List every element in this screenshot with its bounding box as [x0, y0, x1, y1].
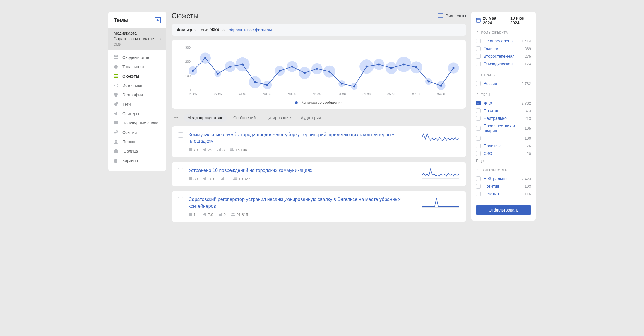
svg-point-65: [415, 66, 417, 68]
topic-checkbox[interactable]: [178, 197, 183, 202]
filter-item[interactable]: Политика 76: [476, 142, 531, 150]
filter-checkbox[interactable]: [476, 192, 481, 196]
svg-point-58: [328, 71, 330, 73]
chart-card: 010020030020.0522.0524.0526.0528.0530.05…: [172, 40, 466, 109]
filter-checkbox[interactable]: [476, 126, 481, 131]
filter-item[interactable]: Главная 869: [476, 45, 531, 52]
filter-item[interactable]: Происшествия и аварии 105: [476, 122, 531, 134]
filter-checkbox[interactable]: [476, 176, 481, 181]
topic-checkbox[interactable]: [178, 168, 183, 173]
topic-title[interactable]: Саратовский регоператор устранил несанкц…: [189, 196, 416, 209]
topic-title[interactable]: Коммунальные службы города продолжают уб…: [189, 132, 416, 145]
sort-tab-1[interactable]: Сообщений: [230, 114, 259, 122]
sort-tab-0[interactable]: Медиаприсутствие: [184, 114, 227, 122]
svg-text:26.05: 26.05: [263, 93, 272, 96]
sidebar-item-label: Персоны: [122, 139, 139, 144]
topic-stats: 3910.0110 027: [189, 177, 416, 181]
filter-section-header[interactable]: ⌃РОЛЬ ОБЪЕКТА: [476, 30, 531, 34]
svg-point-10: [117, 86, 118, 87]
filter-item[interactable]: ✓ ЖКХ 2 732: [476, 99, 531, 107]
filter-reset-link[interactable]: сбросить все фильтры: [229, 28, 272, 32]
sidebar-item-1[interactable]: Тональность: [108, 62, 166, 71]
trash-icon: [114, 158, 118, 163]
filter-item[interactable]: Нейтрально 2 423: [476, 175, 531, 183]
sort-tab-2[interactable]: Цитирование: [262, 114, 294, 122]
filter-tag-remove[interactable]: ×: [222, 28, 225, 32]
filter-checkbox[interactable]: [476, 116, 481, 121]
filter-section-header[interactable]: ⌃ТЕГИ: [476, 93, 531, 96]
filter-checkbox[interactable]: [476, 54, 481, 59]
svg-point-51: [242, 64, 244, 66]
filter-item-count: 105: [525, 126, 531, 131]
filter-section-2: ⌃ТЕГИ ✓ ЖКХ 2 732 Позитив 373 Нейтрально…: [476, 93, 531, 163]
filter-item[interactable]: Нейтрально 213: [476, 115, 531, 122]
filter-item[interactable]: Не определена 1 414: [476, 37, 531, 45]
filter-checkbox[interactable]: [476, 151, 481, 156]
filter-section-title: ТОНАЛЬНОСТЬ: [481, 168, 507, 172]
filter-checkbox[interactable]: [476, 81, 481, 86]
filter-item[interactable]: Позитив 373: [476, 107, 531, 115]
topic-stat-2: 3: [217, 148, 225, 152]
topic-checkbox[interactable]: [178, 132, 183, 138]
bars-icon: [217, 148, 221, 152]
filter-item-count: 174: [525, 62, 531, 66]
topic-card: Саратовский регоператор устранил несанкц…: [172, 191, 466, 222]
filter-apply-button[interactable]: Отфильтровать: [476, 205, 531, 215]
filter-checkbox[interactable]: [476, 39, 481, 43]
sort-tab-3[interactable]: Аудитория: [297, 114, 325, 122]
topic-title[interactable]: Устранено 10 повреждений на городских ко…: [189, 167, 416, 174]
view-toggle[interactable]: Вид ленты: [438, 13, 466, 18]
filter-section-header[interactable]: ⌃СТРАНЫ: [476, 73, 531, 77]
filter-checkbox[interactable]: [476, 62, 481, 66]
filter-checkbox[interactable]: [476, 108, 481, 113]
svg-rect-19: [438, 13, 443, 15]
filter-item[interactable]: Негатив 116: [476, 190, 531, 198]
filter-item[interactable]: 100: [476, 134, 531, 142]
sidebar-item-6[interactable]: Спикеры: [108, 109, 166, 118]
topic-stat-2: 0: [219, 212, 226, 217]
share-icon: [114, 83, 118, 88]
sidebar-item-5[interactable]: Теги: [108, 100, 166, 109]
folder-icon: [189, 212, 192, 217]
sidebar-item-9[interactable]: Персоны: [108, 137, 166, 146]
filter-section-1: ⌃СТРАНЫ Россия 2 732: [476, 73, 531, 87]
filter-item[interactable]: Эпизодическая 174: [476, 60, 531, 68]
sidebar-item-7[interactable]: Популярные слова: [108, 118, 166, 128]
svg-rect-101: [476, 18, 480, 22]
filter-checkbox[interactable]: [476, 46, 481, 51]
svg-rect-96: [220, 214, 221, 216]
filter-label: Фильтр: [177, 28, 192, 32]
svg-rect-88: [221, 179, 222, 180]
sidebar-item-0[interactable]: Сводный отчет: [108, 53, 166, 62]
sidebar-item-8[interactable]: Ссылки: [108, 128, 166, 137]
filter-checkbox[interactable]: [476, 184, 481, 189]
filter-item-label: Происшествия и аварии: [484, 124, 525, 133]
filter-section-header[interactable]: ⌃ТОНАЛЬНОСТЬ: [476, 168, 531, 172]
svg-point-98: [231, 213, 233, 214]
active-theme[interactable]: Медиакарта Саратовской области СМИ ›: [108, 28, 166, 50]
sidebar-item-10[interactable]: Юрлица: [108, 146, 166, 156]
sort-icon[interactable]: [173, 115, 178, 120]
sidebar-item-11[interactable]: Корзина: [108, 156, 166, 165]
svg-point-85: [232, 148, 234, 150]
filter-sep: »: [194, 28, 197, 32]
topic-stats: 147.9091 815: [189, 212, 416, 217]
filter-item[interactable]: Россия 2 732: [476, 80, 531, 87]
filter-checkbox[interactable]: [476, 144, 481, 148]
filter-more-link[interactable]: Еще: [476, 157, 531, 163]
filter-item[interactable]: Второстепенная 275: [476, 52, 531, 60]
topic-stat-0: 39: [189, 177, 198, 181]
filter-checkbox[interactable]: [476, 136, 481, 141]
date-range[interactable]: 20 мая 2024 - 10 июн 2024: [476, 16, 531, 25]
sidebar-item-2[interactable]: Сюжеты: [108, 71, 166, 81]
add-theme-button[interactable]: +: [155, 17, 161, 23]
filter-item[interactable]: Позитив 193: [476, 183, 531, 190]
svg-text:28.05: 28.05: [288, 93, 296, 96]
filter-item-label: Позитив: [484, 184, 499, 189]
filter-checkbox[interactable]: ✓: [476, 101, 481, 105]
svg-rect-18: [114, 159, 118, 159]
filter-item[interactable]: СВО 20: [476, 150, 531, 157]
megaphone-icon: [203, 148, 206, 152]
sidebar-item-3[interactable]: Источники: [108, 81, 166, 90]
sidebar-item-4[interactable]: География: [108, 90, 166, 100]
